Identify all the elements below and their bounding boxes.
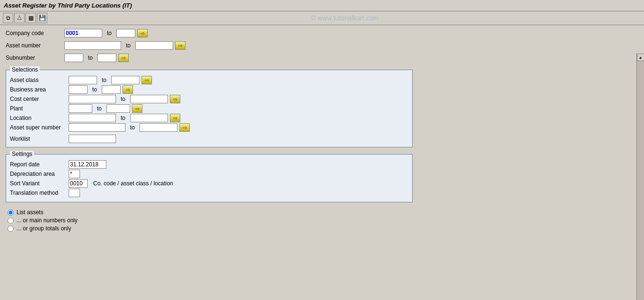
- toolbar-btn-4[interactable]: 💾: [37, 13, 47, 23]
- business-area-arrow[interactable]: ⇨: [123, 85, 133, 94]
- asset-class-arrow[interactable]: ⇨: [141, 76, 152, 84]
- worklist-label: Worklist: [10, 136, 67, 142]
- subnumber-to-input[interactable]: [97, 54, 116, 62]
- plant-input[interactable]: [69, 104, 92, 113]
- toolbar-btn-2[interactable]: ⧊: [14, 13, 25, 23]
- depreciation-area-row: Depreciation area: [10, 170, 408, 178]
- plant-arrow[interactable]: ⇨: [132, 104, 142, 113]
- asset-super-number-row: Asset super number to ⇨: [10, 123, 408, 132]
- business-area-row: Business area to ⇨: [10, 85, 408, 94]
- asset-number-input[interactable]: [64, 41, 121, 50]
- worklist-input[interactable]: [69, 135, 116, 143]
- business-area-input[interactable]: [69, 85, 88, 94]
- worklist-row: Worklist: [10, 135, 408, 143]
- settings-title: Settings: [10, 151, 34, 157]
- selections-section: Selections Asset class to ⇨ Business are…: [6, 70, 413, 147]
- report-date-input[interactable]: [69, 160, 106, 169]
- location-label: Location: [10, 115, 67, 121]
- to-label-3: to: [88, 55, 93, 61]
- translation-method-row: Translation method: [10, 189, 408, 197]
- business-area-label: Business area: [10, 86, 67, 93]
- settings-section: Settings Report date Depreciation area S…: [6, 154, 413, 202]
- radio-group-totals-label: ... or group totals only: [17, 225, 71, 232]
- asset-super-number-label: Asset super number: [10, 124, 67, 131]
- radio-main-numbers: ... or main numbers only: [8, 217, 631, 224]
- radio-list-assets-label: List assets: [17, 209, 44, 216]
- report-date-row: Report date: [10, 160, 408, 169]
- plant-to-input[interactable]: [106, 104, 130, 113]
- depreciation-area-label: Depreciation area: [10, 171, 67, 177]
- radio-main-numbers-input[interactable]: [8, 218, 14, 224]
- cost-center-to-input[interactable]: [130, 95, 168, 103]
- radio-list-assets: List assets: [8, 209, 631, 216]
- asset-super-number-to-input[interactable]: [140, 123, 177, 132]
- sort-variant-input[interactable]: [69, 179, 88, 188]
- translation-method-label: Translation method: [10, 190, 67, 196]
- company-code-input[interactable]: [64, 29, 102, 37]
- asset-class-input[interactable]: [69, 76, 97, 84]
- plant-row: Plant to ⇨: [10, 104, 408, 113]
- title-bar: Asset Register by Third Party Locations …: [0, 0, 644, 11]
- toolbar: ⧉ ⧊ ▩ 💾 © www.tutorialkart.com: [0, 11, 644, 25]
- sort-variant-desc: Co. code / asset class / location: [93, 180, 173, 187]
- radio-list-assets-input[interactable]: [8, 209, 14, 216]
- radio-main-numbers-label: ... or main numbers only: [17, 217, 78, 224]
- asset-number-label: Asset number: [6, 42, 62, 49]
- sort-variant-label: Sort Variant: [10, 180, 67, 187]
- company-code-arrow[interactable]: ⇨: [137, 29, 148, 37]
- toolbar-btn-3[interactable]: ▩: [26, 13, 36, 23]
- plant-label: Plant: [10, 105, 67, 112]
- report-date-label: Report date: [10, 161, 67, 168]
- subnumber-row: Subnumber to ⇨: [6, 54, 631, 62]
- radio-section: List assets ... or main numbers only ...…: [8, 209, 631, 233]
- asset-number-arrow[interactable]: ⇨: [175, 41, 185, 50]
- watermark: © www.tutorialkart.com: [48, 14, 641, 22]
- subnumber-input[interactable]: [64, 54, 83, 62]
- radio-group-totals: ... or group totals only: [8, 225, 631, 232]
- asset-super-number-input[interactable]: [69, 123, 125, 132]
- company-code-row: Company code to ⇨: [6, 29, 631, 37]
- radio-group-totals-input[interactable]: [8, 226, 14, 232]
- asset-number-row: Asset number to ⇨: [6, 41, 631, 50]
- company-code-to-input[interactable]: [116, 29, 135, 37]
- to-label-1: to: [107, 30, 112, 36]
- sort-variant-row: Sort Variant Co. code / asset class / lo…: [10, 179, 408, 188]
- depreciation-area-input[interactable]: [69, 170, 80, 178]
- asset-class-to-input[interactable]: [111, 76, 140, 84]
- to-label-2: to: [126, 42, 131, 49]
- company-code-label: Company code: [6, 30, 62, 36]
- cost-center-row: Cost center to ⇨: [10, 95, 408, 103]
- subnumber-arrow[interactable]: ⇨: [118, 54, 129, 62]
- subnumber-label: Subnumber: [6, 55, 62, 61]
- location-arrow[interactable]: ⇨: [170, 114, 180, 122]
- asset-class-row: Asset class to ⇨: [10, 76, 408, 84]
- cost-center-label: Cost center: [10, 96, 67, 102]
- cost-center-input[interactable]: [69, 95, 116, 103]
- asset-number-to-input[interactable]: [135, 41, 173, 50]
- asset-super-number-arrow[interactable]: ⇨: [179, 123, 190, 132]
- location-input[interactable]: [69, 114, 116, 122]
- translation-method-input[interactable]: [69, 189, 80, 197]
- business-area-to-input[interactable]: [102, 85, 121, 94]
- scrollbar[interactable]: ▲ ▼: [636, 54, 644, 300]
- cost-center-arrow[interactable]: ⇨: [170, 95, 180, 103]
- asset-class-label: Asset class: [10, 77, 67, 83]
- scroll-track: [637, 61, 644, 300]
- location-row: Location to ⇨: [10, 114, 408, 122]
- toolbar-btn-1[interactable]: ⧉: [3, 13, 13, 23]
- scroll-up-btn[interactable]: ▲: [637, 54, 644, 61]
- location-to-input[interactable]: [130, 114, 168, 122]
- selections-title: Selections: [10, 66, 40, 73]
